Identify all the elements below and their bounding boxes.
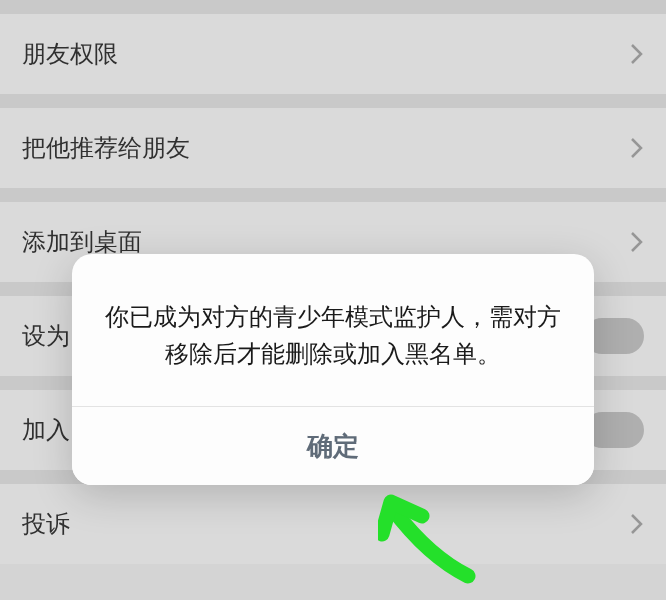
chevron-right-icon — [630, 42, 644, 66]
list-item-label: 设为 — [22, 320, 70, 352]
list-item-label: 投诉 — [22, 508, 70, 540]
chevron-right-icon — [630, 136, 644, 160]
list-item-label: 朋友权限 — [22, 38, 118, 70]
confirm-button[interactable]: 确定 — [72, 407, 594, 485]
list-item-label: 把他推荐给朋友 — [22, 132, 190, 164]
chevron-right-icon — [630, 512, 644, 536]
alert-dialog: 你已成为对方的青少年模式监护人，需对方移除后才能删除或加入黑名单。 确定 — [72, 254, 594, 485]
list-gap — [0, 188, 666, 202]
alert-message: 你已成为对方的青少年模式监护人，需对方移除后才能删除或加入黑名单。 — [100, 298, 566, 372]
list-item-label: 加入 — [22, 414, 70, 446]
alert-body: 你已成为对方的青少年模式监护人，需对方移除后才能删除或加入黑名单。 — [72, 254, 594, 406]
confirm-label: 确定 — [307, 429, 359, 464]
list-item-recommend-friend[interactable]: 把他推荐给朋友 — [0, 108, 666, 188]
list-item-report[interactable]: 投诉 — [0, 484, 666, 564]
list-item-friend-permissions[interactable]: 朋友权限 — [0, 14, 666, 94]
list-gap — [0, 0, 666, 14]
list-gap — [0, 94, 666, 108]
chevron-right-icon — [630, 230, 644, 254]
